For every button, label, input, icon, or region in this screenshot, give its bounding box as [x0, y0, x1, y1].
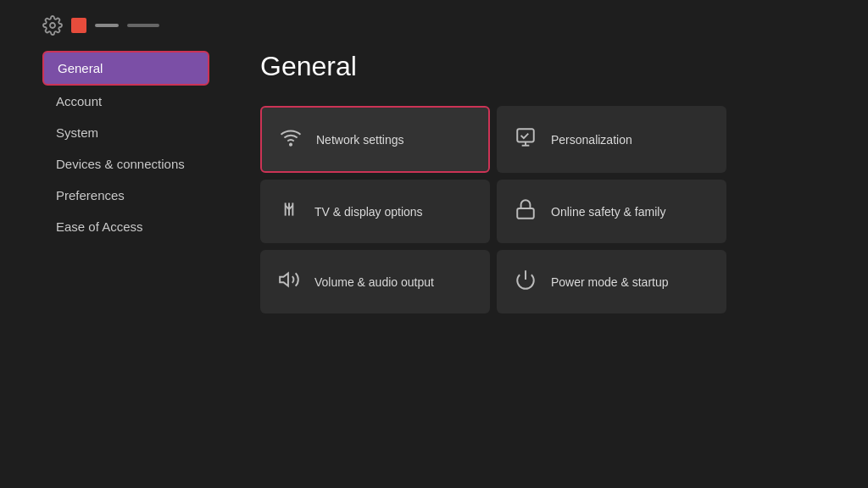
sidebar-item-account[interactable]: Account: [42, 86, 209, 117]
online-safety-label: Online safety & family: [551, 205, 665, 219]
personalization-label: Personalization: [551, 133, 632, 147]
tv-display-tile[interactable]: TV & display options: [260, 180, 490, 243]
svg-point-0: [50, 23, 55, 28]
settings-grid: Network settings Personalization: [260, 106, 726, 313]
dash-icon-1: [95, 24, 119, 27]
tv-display-icon: [277, 198, 301, 225]
header-icons: [42, 15, 159, 36]
network-icon: [279, 126, 303, 152]
sidebar: General Account System Devices & connect…: [0, 51, 226, 481]
sidebar-item-general[interactable]: General: [42, 51, 209, 86]
volume-tile[interactable]: Volume & audio output: [260, 250, 490, 313]
online-safety-tile[interactable]: Online safety & family: [497, 180, 726, 243]
power-label: Power mode & startup: [551, 275, 669, 289]
online-safety-icon: [514, 198, 537, 225]
red-square-icon: [71, 18, 86, 33]
volume-label: Volume & audio output: [314, 275, 434, 289]
sidebar-item-preferences[interactable]: Preferences: [42, 180, 209, 211]
sidebar-item-ease[interactable]: Ease of Access: [42, 211, 209, 242]
volume-icon: [277, 269, 301, 295]
page-title: General: [260, 51, 834, 82]
header-bar: [0, 0, 868, 51]
sidebar-item-devices[interactable]: Devices & connections: [42, 148, 209, 180]
network-settings-tile[interactable]: Network settings: [260, 106, 490, 173]
svg-marker-9: [280, 273, 288, 286]
power-icon: [514, 269, 537, 295]
sidebar-item-system[interactable]: System: [42, 117, 209, 148]
main-layout: General Account System Devices & connect…: [0, 51, 868, 481]
network-settings-label: Network settings: [316, 133, 403, 147]
personalization-tile[interactable]: Personalization: [497, 106, 726, 173]
power-tile[interactable]: Power mode & startup: [497, 250, 726, 313]
gear-icon: [42, 15, 63, 36]
svg-point-1: [290, 144, 292, 146]
tv-display-label: TV & display options: [314, 205, 423, 219]
dash-icon-2: [127, 24, 159, 27]
svg-rect-8: [517, 208, 534, 219]
content-area: General Network settings: [226, 51, 868, 481]
personalization-icon: [514, 126, 537, 152]
